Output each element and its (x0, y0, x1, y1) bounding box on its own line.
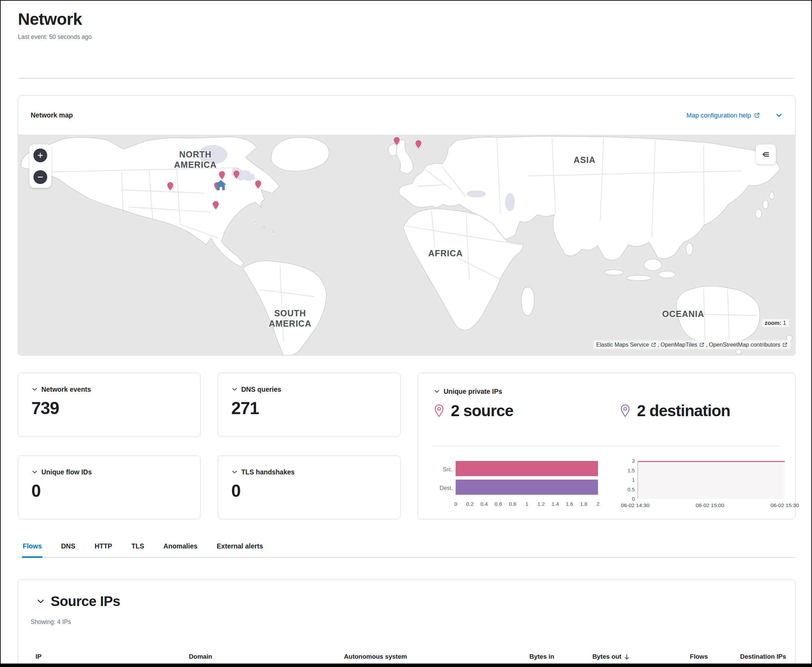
last-event-text: Last event: 50 seconds ago (18, 33, 92, 41)
continent-label-africa: AFRICA (428, 248, 463, 259)
tab-tls[interactable]: TLS (131, 539, 145, 557)
x-tick-label: 1.6 (566, 501, 573, 507)
map-panel-header: Network map Map configuration help (18, 96, 795, 135)
destination-ips-value: 2 destination (637, 402, 730, 420)
event-map-pin[interactable] (415, 139, 422, 151)
x-tick-label: 0.6 (495, 501, 502, 507)
x-tick-label: 1.2 (537, 501, 545, 507)
source-ips-panel: Source IPs Showing: 4 IPs IPDomainAutono… (18, 579, 795, 667)
attribution-link-openstreetmap-contributors[interactable]: OpenStreetMap contributors (709, 342, 787, 348)
pin-glyph (218, 171, 226, 180)
screenshot-bottom-edge (1, 664, 811, 666)
collapse-toggle-icon[interactable] (32, 469, 38, 475)
y-tick-label: 2 (632, 458, 635, 464)
world-map-graphic (18, 135, 795, 355)
unique-ips-bar-chart: Src.Dest.00.20.40.60.811.21.41.61.82 (433, 461, 598, 510)
attribution-link-elastic-maps-service[interactable]: Elastic Maps Service (596, 342, 656, 348)
map-configuration-help-label: Map configuration help (687, 112, 751, 119)
map-zoom-indicator: zoom: 1 (762, 319, 789, 327)
x-tick-label: 1.8 (580, 501, 588, 507)
source-ips-stat: 2 source (433, 402, 513, 420)
map-panel-title: Network map (31, 111, 73, 119)
event-map-pin[interactable] (232, 170, 240, 181)
page-title: Network (18, 10, 92, 28)
attribution-link-openmaptiles[interactable]: OpenMapTiles (660, 342, 704, 348)
collapse-toggle-icon[interactable] (433, 388, 440, 395)
pin-glyph (166, 182, 174, 191)
area-plot (638, 461, 785, 499)
menu-left-icon (761, 149, 770, 159)
map-pin-outline-icon (620, 404, 631, 417)
column-header-destination-ips[interactable]: Destination IPs (18, 653, 786, 660)
unique-ips-area-chart: 21.510.50 06-02 14:3006-02 15:0006-02 15… (620, 461, 785, 510)
map-panel-collapse-toggle[interactable] (775, 112, 783, 119)
home-map-marker[interactable] (215, 180, 227, 192)
event-map-pin[interactable] (166, 182, 174, 192)
bar-dest-[interactable] (456, 480, 598, 495)
y-tick-label: 1 (632, 477, 635, 483)
tab-http[interactable]: HTTP (94, 539, 113, 557)
pin-glyph (212, 201, 219, 210)
chevron-down-icon (775, 112, 783, 119)
area-series-line (638, 461, 785, 462)
stat-value: 271 (231, 398, 387, 418)
network-page: Network Last event: 50 seconds ago Netwo… (0, 0, 812, 667)
x-tick-label: 0.2 (466, 501, 474, 507)
header-divider (18, 78, 794, 78)
event-map-pin[interactable] (254, 180, 262, 191)
stat-label: Unique flow IDs (42, 468, 92, 476)
y-tick-label: 1.5 (627, 468, 635, 474)
stat-label: TLS handshakes (241, 468, 295, 476)
destination-ips-stat: 2 destination (620, 402, 730, 420)
zoom-indicator-value: 1 (783, 320, 786, 326)
external-link-icon (782, 342, 787, 347)
external-link-icon (699, 342, 704, 347)
tab-anomalies[interactable]: Anomalies (163, 539, 198, 557)
x-tick-label: 1 (525, 501, 528, 507)
external-link-icon (754, 112, 760, 118)
network-map-panel: Network map Map configuration help (18, 95, 795, 355)
map-configuration-help-link[interactable]: Map configuration help (687, 112, 760, 119)
minus-icon (37, 174, 44, 181)
page-header: Network Last event: 50 seconds ago (18, 10, 92, 41)
pin-glyph (415, 139, 422, 149)
source-ips-showing: Showing: 4 IPs (31, 619, 71, 626)
tab-flows[interactable]: Flows (22, 539, 42, 557)
home-glyph (215, 180, 227, 190)
stat-label: Network events (42, 385, 91, 393)
unique-private-ips-label: Unique private IPs (443, 388, 502, 395)
collapse-toggle-icon[interactable] (36, 597, 45, 606)
collapse-toggle-icon[interactable] (231, 386, 238, 393)
x-tick-label: 06-02 14:30 (621, 502, 650, 509)
zoom-out-button[interactable] (33, 170, 47, 184)
x-tick-label: 2 (596, 501, 600, 507)
bar-category-label: Src. (443, 466, 453, 473)
source-ips-title: Source IPs (51, 594, 120, 609)
bar-src-[interactable] (456, 461, 598, 476)
collapse-toggle-icon[interactable] (231, 469, 238, 475)
world-map[interactable]: NORTH AMERICASOUTH AMERICAAFRICAASIAOCEA… (18, 135, 795, 355)
event-map-pin[interactable] (212, 201, 219, 212)
continent-label-south-america: SOUTH AMERICA (269, 308, 312, 329)
collapse-toggle-icon[interactable] (32, 386, 38, 393)
x-tick-label: 0 (454, 501, 457, 507)
map-layers-button[interactable] (756, 144, 776, 164)
panel-divider (433, 446, 780, 446)
continent-label-north-america: NORTH AMERICA (174, 149, 217, 170)
stat-value: 0 (32, 481, 187, 501)
bar-category-label: Dest. (439, 485, 453, 491)
pin-glyph (254, 180, 262, 189)
tab-external-alerts[interactable]: External alerts (216, 539, 264, 557)
tab-dns[interactable]: DNS (60, 539, 76, 557)
tab-bar: FlowsDNSHTTPTLSAnomaliesExternal alerts (18, 539, 795, 558)
source-ips-value: 2 source (451, 402, 513, 420)
stat-card-dns-queries: DNS queries 271 (218, 373, 400, 436)
unique-private-ips-panel: Unique private IPs 2 source 2 destinatio… (418, 373, 795, 519)
stat-card-network-events: Network events 739 (18, 373, 201, 436)
event-map-pin[interactable] (393, 136, 400, 148)
zoom-in-button[interactable] (33, 148, 47, 162)
stat-card-tls-handshakes: TLS handshakes 0 (218, 455, 400, 519)
y-tick-label: 0.5 (627, 486, 635, 493)
external-link-icon (651, 342, 656, 347)
continent-label-oceania: OCEANIA (662, 309, 704, 319)
